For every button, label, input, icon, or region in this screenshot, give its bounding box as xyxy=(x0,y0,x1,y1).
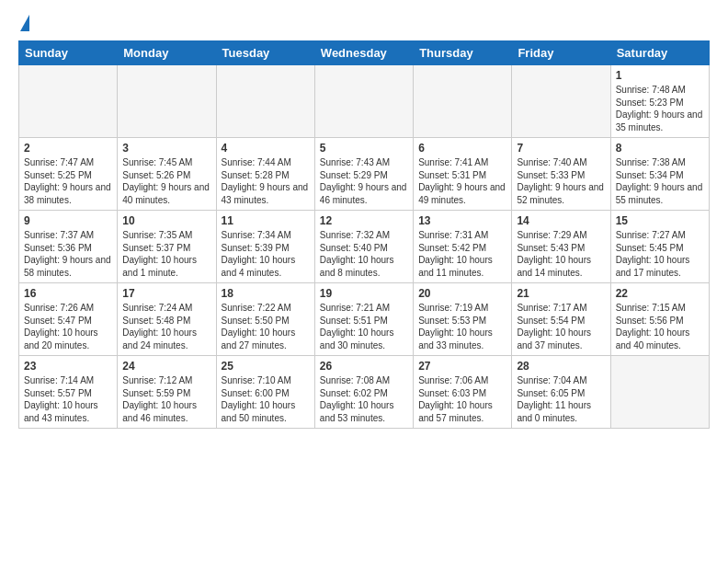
day-number: 26 xyxy=(320,360,408,373)
day-number: 16 xyxy=(24,287,112,300)
day-number: 17 xyxy=(122,287,210,300)
day-number: 5 xyxy=(320,142,408,155)
day-info: Sunrise: 7:08 AM Sunset: 6:02 PM Dayligh… xyxy=(320,374,408,424)
day-number: 4 xyxy=(222,142,310,155)
day-number: 20 xyxy=(418,287,506,300)
day-number: 24 xyxy=(122,360,210,373)
page: SundayMondayTuesdayWednesdayThursdayFrid… xyxy=(0,0,728,443)
day-number: 10 xyxy=(122,214,210,227)
day-info: Sunrise: 7:38 AM Sunset: 5:34 PM Dayligh… xyxy=(616,156,704,206)
day-number: 12 xyxy=(320,214,408,227)
day-number: 19 xyxy=(320,287,408,300)
logo-area xyxy=(18,15,29,33)
day-info: Sunrise: 7:48 AM Sunset: 5:23 PM Dayligh… xyxy=(616,84,704,133)
calendar-cell xyxy=(414,65,512,138)
weekday-header-row: SundayMondayTuesdayWednesdayThursdayFrid… xyxy=(19,41,710,65)
day-info: Sunrise: 7:29 AM Sunset: 5:43 PM Dayligh… xyxy=(517,229,605,279)
day-number: 22 xyxy=(616,287,704,300)
calendar-cell: 9Sunrise: 7:37 AM Sunset: 5:36 PM Daylig… xyxy=(19,211,118,283)
calendar-cell xyxy=(19,65,118,138)
calendar-cell: 17Sunrise: 7:24 AM Sunset: 5:48 PM Dayli… xyxy=(118,283,216,356)
day-info: Sunrise: 7:21 AM Sunset: 5:51 PM Dayligh… xyxy=(320,302,408,351)
weekday-header-tuesday: Tuesday xyxy=(216,41,314,65)
weekday-header-wednesday: Wednesday xyxy=(314,41,413,65)
calendar-cell xyxy=(216,65,314,138)
calendar-table: SundayMondayTuesdayWednesdayThursdayFrid… xyxy=(18,40,710,429)
day-info: Sunrise: 7:45 AM Sunset: 5:26 PM Dayligh… xyxy=(122,156,210,206)
day-info: Sunrise: 7:47 AM Sunset: 5:25 PM Dayligh… xyxy=(24,156,112,206)
calendar-cell: 7Sunrise: 7:40 AM Sunset: 5:33 PM Daylig… xyxy=(512,138,610,211)
calendar-cell: 13Sunrise: 7:31 AM Sunset: 5:42 PM Dayli… xyxy=(414,211,512,283)
day-info: Sunrise: 7:35 AM Sunset: 5:37 PM Dayligh… xyxy=(122,229,210,279)
day-number: 25 xyxy=(222,360,310,373)
day-info: Sunrise: 7:31 AM Sunset: 5:42 PM Dayligh… xyxy=(418,229,506,279)
logo-triangle-icon xyxy=(20,15,29,31)
calendar-cell: 24Sunrise: 7:12 AM Sunset: 5:59 PM Dayli… xyxy=(118,356,216,429)
day-info: Sunrise: 7:14 AM Sunset: 5:57 PM Dayligh… xyxy=(24,374,112,424)
calendar-cell: 27Sunrise: 7:06 AM Sunset: 6:03 PM Dayli… xyxy=(414,356,512,429)
calendar-week-row-3: 9Sunrise: 7:37 AM Sunset: 5:36 PM Daylig… xyxy=(19,211,710,283)
day-info: Sunrise: 7:26 AM Sunset: 5:47 PM Dayligh… xyxy=(24,302,112,351)
calendar-cell: 25Sunrise: 7:10 AM Sunset: 6:00 PM Dayli… xyxy=(216,356,314,429)
day-number: 1 xyxy=(616,69,704,82)
day-info: Sunrise: 7:10 AM Sunset: 6:00 PM Dayligh… xyxy=(222,374,310,424)
day-info: Sunrise: 7:37 AM Sunset: 5:36 PM Dayligh… xyxy=(24,229,112,279)
day-number: 2 xyxy=(24,142,112,155)
calendar-cell: 6Sunrise: 7:41 AM Sunset: 5:31 PM Daylig… xyxy=(414,138,512,211)
day-number: 11 xyxy=(222,214,310,227)
day-info: Sunrise: 7:40 AM Sunset: 5:33 PM Dayligh… xyxy=(517,156,605,206)
day-number: 27 xyxy=(418,360,506,373)
day-info: Sunrise: 7:17 AM Sunset: 5:54 PM Dayligh… xyxy=(517,302,605,351)
calendar-week-row-4: 16Sunrise: 7:26 AM Sunset: 5:47 PM Dayli… xyxy=(19,283,710,356)
day-number: 9 xyxy=(24,214,112,227)
calendar-cell: 11Sunrise: 7:34 AM Sunset: 5:39 PM Dayli… xyxy=(216,211,314,283)
calendar-cell xyxy=(512,65,610,138)
calendar-week-row-2: 2Sunrise: 7:47 AM Sunset: 5:25 PM Daylig… xyxy=(19,138,710,211)
day-number: 18 xyxy=(222,287,310,300)
day-info: Sunrise: 7:41 AM Sunset: 5:31 PM Dayligh… xyxy=(418,156,506,206)
logo xyxy=(18,15,29,33)
header xyxy=(18,15,710,33)
calendar-cell: 3Sunrise: 7:45 AM Sunset: 5:26 PM Daylig… xyxy=(118,138,216,211)
day-number: 13 xyxy=(418,214,506,227)
day-number: 6 xyxy=(418,142,506,155)
day-info: Sunrise: 7:15 AM Sunset: 5:56 PM Dayligh… xyxy=(616,302,704,351)
calendar-cell: 15Sunrise: 7:27 AM Sunset: 5:45 PM Dayli… xyxy=(610,211,709,283)
calendar-cell: 23Sunrise: 7:14 AM Sunset: 5:57 PM Dayli… xyxy=(19,356,118,429)
day-number: 7 xyxy=(517,142,605,155)
calendar-cell: 1Sunrise: 7:48 AM Sunset: 5:23 PM Daylig… xyxy=(610,65,709,138)
day-number: 8 xyxy=(616,142,704,155)
day-info: Sunrise: 7:06 AM Sunset: 6:03 PM Dayligh… xyxy=(418,374,506,424)
calendar-week-row-1: 1Sunrise: 7:48 AM Sunset: 5:23 PM Daylig… xyxy=(19,65,710,138)
calendar-cell: 21Sunrise: 7:17 AM Sunset: 5:54 PM Dayli… xyxy=(512,283,610,356)
day-info: Sunrise: 7:27 AM Sunset: 5:45 PM Dayligh… xyxy=(616,229,704,279)
calendar-cell xyxy=(610,356,709,429)
weekday-header-saturday: Saturday xyxy=(610,41,709,65)
day-info: Sunrise: 7:24 AM Sunset: 5:48 PM Dayligh… xyxy=(122,302,210,351)
calendar-cell xyxy=(314,65,413,138)
day-number: 28 xyxy=(517,360,605,373)
calendar-cell: 2Sunrise: 7:47 AM Sunset: 5:25 PM Daylig… xyxy=(19,138,118,211)
day-info: Sunrise: 7:22 AM Sunset: 5:50 PM Dayligh… xyxy=(222,302,310,351)
calendar-cell: 12Sunrise: 7:32 AM Sunset: 5:40 PM Dayli… xyxy=(314,211,413,283)
day-number: 21 xyxy=(517,287,605,300)
calendar-cell: 19Sunrise: 7:21 AM Sunset: 5:51 PM Dayli… xyxy=(314,283,413,356)
weekday-header-sunday: Sunday xyxy=(19,41,118,65)
weekday-header-monday: Monday xyxy=(118,41,216,65)
calendar-cell xyxy=(118,65,216,138)
day-number: 15 xyxy=(616,214,704,227)
calendar-cell: 14Sunrise: 7:29 AM Sunset: 5:43 PM Dayli… xyxy=(512,211,610,283)
day-info: Sunrise: 7:43 AM Sunset: 5:29 PM Dayligh… xyxy=(320,156,408,206)
weekday-header-thursday: Thursday xyxy=(414,41,512,65)
calendar-cell: 4Sunrise: 7:44 AM Sunset: 5:28 PM Daylig… xyxy=(216,138,314,211)
day-info: Sunrise: 7:12 AM Sunset: 5:59 PM Dayligh… xyxy=(122,374,210,424)
day-number: 23 xyxy=(24,360,112,373)
weekday-header-friday: Friday xyxy=(512,41,610,65)
calendar-cell: 22Sunrise: 7:15 AM Sunset: 5:56 PM Dayli… xyxy=(610,283,709,356)
calendar-cell: 10Sunrise: 7:35 AM Sunset: 5:37 PM Dayli… xyxy=(118,211,216,283)
calendar-week-row-5: 23Sunrise: 7:14 AM Sunset: 5:57 PM Dayli… xyxy=(19,356,710,429)
day-info: Sunrise: 7:19 AM Sunset: 5:53 PM Dayligh… xyxy=(418,302,506,351)
calendar-cell: 26Sunrise: 7:08 AM Sunset: 6:02 PM Dayli… xyxy=(314,356,413,429)
calendar-cell: 28Sunrise: 7:04 AM Sunset: 6:05 PM Dayli… xyxy=(512,356,610,429)
calendar-cell: 20Sunrise: 7:19 AM Sunset: 5:53 PM Dayli… xyxy=(414,283,512,356)
